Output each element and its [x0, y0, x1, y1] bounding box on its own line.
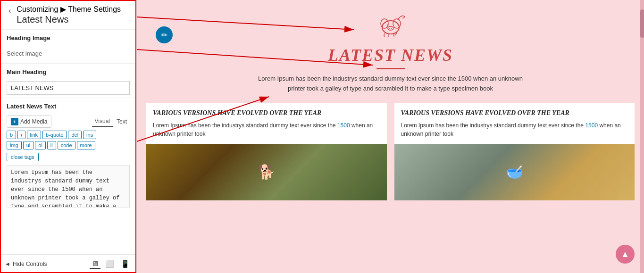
svg-point-5: [391, 28, 392, 29]
select-image-button[interactable]: Select image: [7, 48, 42, 59]
svg-point-3: [388, 26, 393, 30]
text-editor[interactable]: Lorem Ipsum has been the industrys stand…: [7, 165, 130, 207]
tab-visual[interactable]: Visual: [92, 116, 113, 127]
fmt-img[interactable]: img: [7, 141, 22, 149]
card-1-link[interactable]: 1500: [337, 122, 350, 129]
device-icons: 🖥 ⬜ 📱: [90, 258, 132, 269]
card-1-title: VARIOUS VERSIONS HAVE EVOLVED OVER THE Y…: [153, 109, 380, 117]
customizer-panel: ‹ Customizing ▶ Theme Settings Latest Ne…: [0, 0, 137, 273]
card-2-title: VARIOUS VERSIONS HAVE EVOLVED OVER THE Y…: [401, 109, 628, 117]
card-1-body-text: Lorem Ipsum has been the industrys stand…: [153, 122, 337, 129]
close-tags-button[interactable]: close tags: [7, 153, 39, 161]
format-buttons-row2: img ul ol li code more: [7, 141, 130, 149]
hero-divider: [376, 68, 405, 69]
fmt-ins[interactable]: ins: [83, 131, 96, 139]
pig-icon: [374, 9, 407, 43]
fmt-link[interactable]: link: [27, 131, 42, 139]
add-media-icon: +: [11, 118, 18, 125]
heading-image-label: Heading Image: [0, 29, 136, 44]
card-2-text: VARIOUS VERSIONS HAVE EVOLVED OVER THE Y…: [394, 103, 635, 144]
bottom-bar: ◄ Hide Controls 🖥 ⬜ 📱: [0, 254, 136, 273]
scroll-top-icon: ▲: [621, 249, 629, 259]
tablet-icon[interactable]: ⬜: [103, 258, 116, 269]
visual-text-tabs: Visual Text: [92, 116, 130, 127]
main-heading-label: Main Heading: [0, 63, 136, 78]
tab-text[interactable]: Text: [114, 116, 130, 127]
svg-point-0: [382, 21, 399, 34]
fmt-li[interactable]: li: [47, 141, 56, 149]
hero-title: LATEST NEWS: [328, 45, 453, 65]
card-1-image: 🐕: [146, 144, 387, 200]
card-1: VARIOUS VERSIONS HAVE EVOLVED OVER THE Y…: [146, 103, 387, 200]
card-2: VARIOUS VERSIONS HAVE EVOLVED OVER THE Y…: [394, 103, 635, 200]
edit-pencil-button[interactable]: ✏: [156, 26, 173, 43]
hero-subtitle-line1: Lorem Ipsum has been the industrys stand…: [258, 75, 523, 82]
fmt-code[interactable]: code: [58, 141, 75, 149]
hero-subtitle: Lorem Ipsum has been the industrys stand…: [258, 74, 523, 94]
breadcrumb: Customizing ▶ Theme Settings: [17, 5, 121, 14]
card-2-body-text: Lorem Ipsum has been the industrys stand…: [401, 122, 585, 129]
fmt-ol[interactable]: ol: [35, 141, 46, 149]
pencil-icon: ✏: [161, 31, 167, 40]
hide-controls-label: Hide Controls: [13, 261, 47, 267]
chevron-left-icon: ◄: [5, 261, 10, 267]
fmt-del[interactable]: del: [68, 131, 82, 139]
preview-area: ✏ LATEST NEWS Lorem Ipsu: [137, 0, 644, 273]
card-2-image: 🥣: [394, 144, 635, 200]
latest-news-text-section: + Add Media Visual Text b i link b-quote…: [0, 113, 136, 209]
hide-controls-button[interactable]: ◄ Hide Controls: [5, 261, 47, 267]
latest-news-text-label: Latest News Text: [0, 98, 136, 113]
svg-point-1: [381, 19, 388, 28]
fmt-italic[interactable]: i: [17, 131, 25, 139]
add-media-label: Add Media: [20, 118, 47, 125]
mobile-icon[interactable]: 📱: [119, 258, 132, 269]
svg-point-6: [387, 25, 388, 26]
format-buttons-row1: b i link b-quote del ins: [7, 131, 130, 139]
card-1-text: VARIOUS VERSIONS HAVE EVOLVED OVER THE Y…: [146, 103, 387, 144]
right-scrollbar-thumb[interactable]: [640, 9, 644, 38]
scroll-top-button[interactable]: ▲: [616, 245, 635, 264]
svg-point-2: [393, 19, 401, 28]
panel-header: ‹ Customizing ▶ Theme Settings Latest Ne…: [0, 0, 136, 29]
panel-body: Heading Image Select image Main Heading …: [0, 29, 136, 273]
desktop-icon[interactable]: 🖥: [90, 258, 100, 269]
hero-subtitle-line2: printer took a galley of type and scramb…: [288, 85, 493, 92]
cards-grid: VARIOUS VERSIONS HAVE EVOLVED OVER THE Y…: [137, 99, 644, 205]
breadcrumb-section: Theme Settings: [68, 5, 121, 13]
hero-section: LATEST NEWS Lorem Ipsum has been the ind…: [137, 0, 644, 99]
back-button[interactable]: ‹: [7, 6, 13, 16]
breadcrumb-customizing: Customizing: [17, 5, 58, 13]
card-1-body: Lorem Ipsum has been the industrys stand…: [153, 121, 380, 138]
fmt-bquote[interactable]: b-quote: [42, 131, 67, 139]
fmt-ul[interactable]: ul: [23, 141, 34, 149]
main-heading-input[interactable]: [7, 81, 130, 95]
card-2-body: Lorem Ipsum has been the industrys stand…: [401, 121, 628, 138]
card-2-link[interactable]: 1500: [585, 122, 598, 129]
add-media-row: + Add Media Visual Text: [7, 116, 130, 128]
breadcrumb-arrow: ▶: [60, 5, 68, 13]
right-scrollbar: [640, 0, 644, 273]
panel-header-text: Customizing ▶ Theme Settings Latest News: [17, 5, 121, 25]
panel-title: Latest News: [17, 14, 121, 25]
fmt-bold[interactable]: b: [7, 131, 16, 139]
svg-point-4: [389, 28, 390, 29]
add-media-button[interactable]: + Add Media: [7, 116, 51, 128]
select-image-row: Select image: [0, 44, 136, 63]
fmt-more[interactable]: more: [77, 141, 95, 149]
